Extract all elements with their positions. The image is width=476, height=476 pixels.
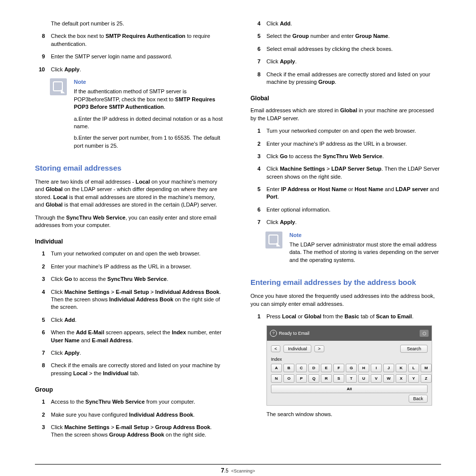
step-number: 10 [35,66,45,73]
right-column: 4Click Add. 5Select the Group number and… [250,20,441,444]
glo-step-6: 6Enter optional information. [250,206,441,214]
ind-step-7: 7Click Apply. [35,349,226,357]
index-key[interactable]: L [408,364,419,372]
index-key[interactable]: O [283,374,294,383]
address-book-screenshot: ? Ready to Email < Individual > Search I… [266,325,432,406]
ind-step-8: 8Check if the emails are correctly store… [35,362,226,377]
glo-step-2: 2Enter your machine's IP address as the … [250,140,441,148]
individual-pill[interactable]: Individual [283,345,311,353]
note-title: Note [74,78,226,86]
heading-group: Group [35,386,226,393]
heading-global: Global [250,95,441,102]
ind-step-6: 6When the Add E-Mail screen appears, sel… [35,329,226,344]
next-arrow-button[interactable]: > [314,345,324,352]
glo-step-4: 4Click Machine Settings > LDAP Server Se… [250,165,441,181]
index-key[interactable]: J [383,364,394,372]
grp-step-1: 1Access to the SyncThru Web Service from… [35,398,226,406]
after-shot-text: The search window shows. [266,411,441,418]
search-button[interactable]: Search [400,345,428,353]
screenshot-title: Ready to Email [279,331,309,336]
status-icon [420,330,429,337]
index-key[interactable]: V [371,374,382,383]
note-sub-a: a.Enter the IP address in dotted decimal… [74,115,226,131]
index-key[interactable]: I [371,364,382,372]
smtp-step-10: 10 Click Apply. [35,66,226,73]
page-footer: 7.5 <Scanning> [35,464,441,476]
storing-para-1: There are two kinds of email addresses -… [35,178,226,209]
index-key[interactable]: T [346,374,357,383]
index-key[interactable]: N [271,374,282,383]
index-key[interactable]: Z [421,374,432,383]
index-key[interactable]: R [321,374,332,383]
index-key[interactable]: X [396,374,407,383]
index-key[interactable]: U [358,374,369,383]
glo-step-7: 7Click Apply. [250,219,441,226]
index-key-row-1: ABCDEFGHIJKLM [271,364,428,372]
ind-step-4: 4Click Machine Settings > E-mail Setup >… [35,288,226,311]
ind-step-3: 3Click Go to access the SyncThru Web Ser… [35,275,226,283]
page-number-sub: .5 [224,468,228,474]
smtp-step-8: 8 Check the box next to SMTP Requires Au… [35,32,226,48]
glo-step-5: 5Enter IP Address or Host Name or Host N… [250,186,441,201]
index-key[interactable]: K [396,364,407,372]
glo-step-1: 1Turn your networked computer on and ope… [250,127,441,135]
index-key-row-2: NOPQRSTUVWXYZ [271,374,428,383]
index-key[interactable]: G [346,364,357,372]
default-port-para: The default port number is 25. [51,20,226,27]
heading-entering-email: Entering email addresses by the address … [250,278,441,286]
screenshot-titlebar: ? Ready to Email [267,326,432,341]
prev-arrow-button[interactable]: < [271,345,280,352]
glo-step-3: 3Click Go to access the SyncThru Web Ser… [250,153,441,160]
key-all[interactable]: All [271,385,428,393]
grp-step-2: 2Make sure you have configured Individua… [35,411,226,419]
index-key[interactable]: Q [308,374,319,383]
index-key[interactable]: Y [408,374,419,383]
index-key-row-all: All [271,385,428,393]
index-key[interactable]: F [333,364,344,372]
screenshot-body: < Individual > Search Index ABCDEFGHIJKL… [267,341,432,405]
index-key[interactable]: H [358,364,369,372]
heading-individual: Individual [35,238,226,245]
note-icon [50,78,67,95]
index-key[interactable]: B [283,364,294,372]
note-text: The LDAP server administrator must store… [289,241,441,264]
ind-step-1: 1Turn your networked computer on and ope… [35,250,226,257]
index-key[interactable]: S [333,374,344,383]
index-key[interactable]: E [321,364,332,372]
cont-step-8: 8Check if the email addresses are correc… [250,71,441,86]
note-body: Note If the authentication method of SMT… [74,78,226,154]
cont-step-5: 5Select the Group number and enter Group… [250,32,441,40]
global-intro: Email addresses which are stored in Glob… [250,107,441,122]
note-body: Note The LDAP server administrator must … [289,232,441,268]
cont-step-4: 4Click Add. [250,20,441,27]
index-key[interactable]: D [308,364,319,372]
step-number: 8 [35,32,45,40]
index-key[interactable]: C [296,364,307,372]
ind-step-5: 5Click Add. [35,316,226,324]
index-key[interactable]: A [271,364,282,372]
grp-step-3: 3Click Machine Settings > E-mail Setup >… [35,424,226,439]
index-key[interactable]: P [296,374,307,383]
index-key[interactable]: M [421,364,432,372]
index-label: Index [271,357,428,362]
step-number: 9 [35,53,45,60]
note-title: Note [289,232,441,239]
entering-intro: Once you have stored the frequently used… [250,292,441,308]
note-icon [265,232,282,248]
heading-storing-email: Storing email addresses [35,164,226,172]
back-button[interactable]: Back [409,395,428,403]
note-block-ldap: Note The LDAP server administrator must … [265,232,441,268]
help-icon: ? [270,330,277,337]
ent-step-1: 1Press Local or Global from the Basic ta… [250,313,441,320]
ind-step-2: 2Enter your machine's IP address as the … [35,263,226,270]
smtp-step-9: 9 Enter the SMTP server login name and p… [35,53,226,60]
note-block: Note If the authentication method of SMT… [50,78,226,154]
index-key[interactable]: W [383,374,394,383]
left-column: The default port number is 25. 8 Check t… [35,20,226,444]
note-text: If the authentication method of SMTP ser… [74,88,226,111]
cont-step-6: 6Select email addresses by clicking the … [250,45,441,53]
cont-step-7: 7Click Apply. [250,58,441,65]
page-section: <Scanning> [231,469,255,474]
storing-para-2: Through the SyncThru Web Service, you ca… [35,214,226,230]
note-sub-b: b.Enter the server port number, from 1 t… [74,134,226,150]
